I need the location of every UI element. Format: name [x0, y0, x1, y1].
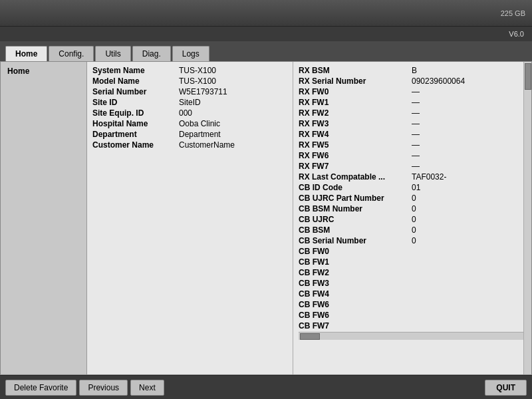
right-info-label: RX Last Compatable ... — [299, 172, 412, 182]
right-info-row: RX FW7— — [299, 162, 526, 171]
right-info-label: RX FW4 — [299, 130, 412, 139]
right-info-value: — — [412, 119, 432, 128]
left-info-value: CustomerName — [179, 140, 287, 150]
left-info-row: DepartmentDepartment — [92, 130, 287, 139]
right-info-value: 0 — [412, 194, 432, 203]
bottom-bar: Delete Favorite Previous Next QUIT — [0, 375, 532, 399]
left-info-value: W5E1793711 — [179, 87, 287, 96]
left-info-value: TUS-X100 — [179, 66, 287, 75]
right-info-label: RX FW7 — [299, 162, 412, 171]
right-info-value: 0 — [412, 204, 432, 213]
right-info-row: RX FW3— — [299, 119, 526, 128]
right-info-row: CB Serial Number0 — [299, 236, 526, 245]
delete-favorite-button[interactable]: Delete Favorite — [5, 380, 76, 396]
right-info-value: 0 — [412, 215, 432, 224]
right-info-label: RX FW1 — [299, 98, 412, 107]
right-info-value: — — [412, 130, 432, 139]
sidebar: Home — [1, 62, 87, 374]
main-area: Home System NameTUS-X100Model NameTUS-X1… — [0, 61, 532, 375]
right-info-row: CB FW6 — [299, 311, 526, 320]
right-info-label: CB BSM Number — [299, 204, 412, 213]
left-info-label: Site Equip. ID — [92, 108, 179, 118]
right-info-row: CB FW0 — [299, 247, 526, 256]
right-info-label: CB BSM — [299, 225, 412, 235]
right-info-row: RX FW1— — [299, 98, 526, 107]
right-info-row: CB FW1 — [299, 257, 526, 267]
right-info-label: CB Serial Number — [299, 236, 412, 245]
right-info-row: CB UJRC Part Number0 — [299, 194, 526, 203]
right-info-label: RX Serial Number — [299, 76, 412, 86]
left-info-row: System NameTUS-X100 — [92, 66, 287, 75]
scrollbar-thumb[interactable] — [525, 63, 531, 90]
right-info-label: CB FW3 — [299, 279, 412, 288]
right-info-label: CB FW6 — [299, 300, 412, 309]
right-info-label: RX FW2 — [299, 108, 412, 118]
right-info-value: 0 — [412, 225, 432, 235]
left-info-value: TUS-X100 — [179, 76, 287, 86]
right-info-value — [412, 257, 432, 267]
right-info-value — [412, 300, 432, 309]
right-info-value: — — [412, 151, 432, 160]
tab-diag[interactable]: Diag. — [132, 46, 171, 61]
tab-logs[interactable]: Logs — [172, 46, 209, 61]
left-info-value: 000 — [179, 108, 287, 118]
next-button[interactable]: Next — [130, 380, 164, 396]
previous-button[interactable]: Previous — [79, 380, 128, 396]
right-info-row: CB FW7 — [299, 321, 526, 331]
left-info-row: Site IDSiteID — [92, 98, 287, 107]
left-info-row: Serial NumberW5E1793711 — [92, 87, 287, 96]
left-info-row: Customer NameCustomerName — [92, 140, 287, 150]
right-info-row: RX FW4— — [299, 130, 526, 139]
scrollbar[interactable] — [523, 62, 531, 374]
right-info-label: RX BSM — [299, 66, 412, 75]
h-scroll-thumb[interactable] — [300, 333, 320, 340]
quit-button[interactable]: QUIT — [485, 380, 527, 396]
right-info-row: CB BSM0 — [299, 225, 526, 235]
left-info-value: SiteID — [179, 98, 287, 107]
left-info-label: Model Name — [92, 76, 179, 86]
right-info-row: CB ID Code01 — [299, 183, 526, 192]
right-info-label: RX FW3 — [299, 119, 412, 128]
left-info-row: Hospital NameOoba Clinic — [92, 119, 287, 128]
right-info-value — [412, 289, 432, 299]
horizontal-scrollbar[interactable] — [299, 332, 526, 340]
right-info-value: 090239600064 — [412, 76, 465, 86]
right-info-value: — — [412, 140, 432, 150]
right-info-value — [412, 321, 432, 331]
right-info-label: CB FW6 — [299, 311, 412, 320]
right-panel: RX BSMBRX Serial Number090239600064RX FW… — [293, 62, 531, 374]
right-info-label: CB ID Code — [299, 183, 412, 192]
tab-utils[interactable]: Utils — [95, 46, 130, 61]
right-info-label: CB FW7 — [299, 321, 412, 331]
tab-home[interactable]: Home — [5, 46, 47, 61]
right-info-label: CB UJRC — [299, 215, 412, 224]
right-info-value — [412, 279, 432, 288]
right-info-row: RX FW2— — [299, 108, 526, 118]
sidebar-item-home[interactable]: Home — [3, 65, 84, 78]
version-bar: V6.0 — [0, 27, 532, 41]
left-info-label: Hospital Name — [92, 119, 179, 128]
right-info-value: B — [412, 66, 432, 75]
right-info-value: TAF0032- — [412, 172, 446, 182]
left-info-label: Department — [92, 130, 179, 139]
right-info-label: CB FW1 — [299, 257, 412, 267]
top-bar: 225 GB — [0, 0, 532, 27]
right-info-label: RX FW0 — [299, 87, 412, 96]
left-info-label: Customer Name — [92, 140, 179, 150]
version-label: V6.0 — [509, 30, 524, 38]
content-area: System NameTUS-X100Model NameTUS-X100Ser… — [87, 62, 531, 374]
right-info-row: CB BSM Number0 — [299, 204, 526, 213]
right-info-label: RX FW6 — [299, 151, 412, 160]
left-panel: System NameTUS-X100Model NameTUS-X100Ser… — [87, 62, 293, 374]
right-info-value: — — [412, 87, 432, 96]
right-info-label: CB FW4 — [299, 289, 412, 299]
right-info-value: 01 — [412, 183, 432, 192]
left-info-label: System Name — [92, 66, 179, 75]
right-info-row: RX BSMB — [299, 66, 526, 75]
right-info-label: CB FW2 — [299, 268, 412, 277]
right-info-row: CB UJRC0 — [299, 215, 526, 224]
right-info-label: RX FW5 — [299, 140, 412, 150]
tab-config[interactable]: Config. — [49, 46, 94, 61]
right-info-value — [412, 247, 432, 256]
right-info-row: RX FW6— — [299, 151, 526, 160]
